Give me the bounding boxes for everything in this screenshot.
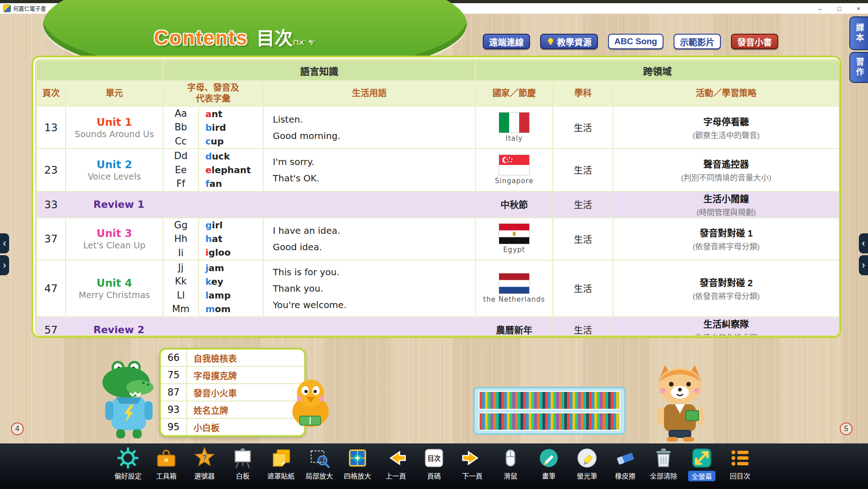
svg-text:目次: 目次 (427, 454, 441, 462)
singapore-flag-icon (499, 155, 529, 175)
toolbar-item-back-to-toc[interactable]: 回目次 (722, 446, 758, 480)
toolbar-item-preferences[interactable]: 偏好設定 (110, 446, 146, 480)
toolbar-item-whiteboard[interactable]: 白板 (225, 446, 261, 480)
page-cell: 37 (36, 218, 66, 260)
country-cell: the Netherlands (475, 260, 553, 317)
whiteboard-icon (231, 446, 255, 470)
tab-workbook[interactable]: 習作 (849, 52, 868, 83)
col-header-unit: 單元 (66, 81, 163, 106)
group-header-cross-domain: 跨領域 (475, 61, 839, 81)
toc-row-review2[interactable]: 57 Review 2 農曆新年 生活 生活糾察隊(生活中的危機處理) (36, 317, 839, 336)
words-cell: duck elephant fan (199, 149, 263, 191)
activity-cell: 字母停看聽(觀察生活中的聲音) (613, 106, 839, 149)
toolbar-item-clear-all[interactable]: 全部清除 (646, 446, 682, 480)
toolbar-item-number-picker[interactable]: ? 選號器 (187, 446, 223, 480)
window-controls: – □ × (811, 3, 868, 14)
sticker-mask-icon (269, 446, 293, 470)
appendix-row[interactable]: 87 發音小火車 (161, 384, 304, 401)
app-logo-icon (4, 5, 10, 12)
toolbar-item-eraser[interactable]: 橡皮擦 (608, 446, 643, 480)
words-cell: jam key lamp mom (199, 260, 263, 317)
toc-row-unit3[interactable]: 37 Unit 3 Let's Clean Up GgHhIi girl hat… (36, 218, 839, 260)
lightbulb-icon (546, 37, 555, 46)
festival-cell: 農曆新年 (475, 317, 553, 336)
appendix-row[interactable]: 95 小白板 (161, 419, 304, 435)
page-back-arrow-left[interactable]: ‹ (0, 233, 9, 253)
toc-row-unit2[interactable]: 23 Unit 2 Voice Levels DdEeFf duck eleph… (36, 149, 839, 191)
appendix-row[interactable]: 66 自我檢核表 (161, 350, 304, 367)
toolbar-item-highlighter[interactable]: 螢光筆 (569, 446, 605, 480)
unit-cell: Unit 4 Merry Christmas (66, 260, 163, 317)
minimize-button[interactable]: – (811, 3, 830, 14)
toc-row-unit1[interactable]: 13 Unit 1 Sounds Around Us AaBbCc ant bi… (36, 106, 839, 149)
demo-video-button[interactable]: 示範影片 (674, 34, 721, 49)
country-cell: Singapore (475, 149, 553, 191)
remote-connect-button[interactable]: 遠端連線 (483, 34, 530, 49)
toolbar-item-sticker-mask[interactable]: 遮罩貼紙 (263, 446, 299, 480)
area-zoom-icon (307, 446, 331, 470)
bookshelf-row (479, 391, 620, 410)
svg-text:?: ? (202, 453, 207, 462)
page-cell: 23 (36, 149, 66, 191)
page-number-left: 4 (11, 422, 24, 435)
group-header-row: 語言知識 跨領域 (36, 61, 839, 81)
italy-flag-icon (499, 113, 529, 133)
phonics-book-button[interactable]: 發音小書 (731, 34, 778, 49)
letters-cell: AaBbCc (163, 106, 199, 149)
toolbar-item-mouse[interactable]: 滑鼠 (493, 446, 529, 480)
toolbox-icon (154, 446, 178, 470)
appendix-row[interactable]: 75 字母撲克牌 (161, 367, 304, 384)
toolbar-item-area-zoom[interactable]: 局部放大 (301, 446, 337, 480)
page-cell: 33 (36, 191, 66, 218)
col-header-activity: 活動／學習策略 (613, 81, 839, 106)
unit-cell: Unit 2 Voice Levels (66, 149, 163, 191)
toolbar-item-prev-page[interactable]: 上一頁 (378, 446, 414, 480)
netherlands-flag-icon (499, 273, 529, 293)
toolbar-item-toolbox[interactable]: 工具箱 (148, 446, 184, 480)
words-cell: ant bird cup (199, 106, 263, 149)
abc-song-button[interactable]: ABC Song (608, 34, 664, 49)
quad-zoom-icon (346, 446, 369, 470)
ebook-window: 何嘉仁電子書 – □ × Contents 目次ㄇㄨˋㄘˋ 遠端連線 (0, 0, 868, 489)
tab-textbook[interactable]: 課本 (849, 16, 868, 50)
contents-table: 語言知識 跨領域 頁次 單元 字母、發音及 代表字彙 生活用語 國家／節慶 學科… (31, 56, 842, 338)
group-header-blank (36, 61, 163, 81)
page-forward-arrow-left[interactable]: › (0, 255, 9, 275)
subject-cell: 生活 (553, 106, 613, 149)
toc-grid: 語言知識 跨領域 頁次 單元 字母、發音及 代表字彙 生活用語 國家／節慶 學科… (36, 60, 840, 336)
highlighter-icon (575, 446, 599, 470)
clear-all-icon (652, 446, 675, 470)
egypt-flag-icon (499, 224, 529, 244)
phrases-cell: Listen.Good morning. (263, 106, 475, 149)
group-header-language: 語言知識 (163, 61, 475, 81)
letters-cell: DdEeFf (163, 149, 199, 191)
page-back-arrow-right[interactable]: ‹ (859, 233, 868, 253)
page-forward-arrow-right[interactable]: › (859, 255, 868, 275)
toolbar-item-pen[interactable]: 畫筆 (531, 446, 567, 480)
phrases-cell: This is for you.Thank you.You're welcome… (263, 260, 475, 317)
activity-cell: 發音對對碰 1(依發音將字母分類) (613, 218, 839, 260)
toolbar-item-page-number[interactable]: 目次 頁碼 (416, 446, 452, 480)
gear-icon (116, 446, 140, 470)
toolbar-item-quad-zoom[interactable]: 四格放大 (340, 446, 376, 480)
mouse-icon (499, 446, 522, 470)
toc-row-unit4[interactable]: 47 Unit 4 Merry Christmas JjKk LlMm jam … (36, 260, 839, 317)
close-button[interactable]: × (849, 3, 868, 14)
subject-cell: 生活 (553, 317, 613, 336)
page-title: Contents 目次ㄇㄨˋㄘˋ (154, 24, 317, 50)
contents-title-en: Contents (154, 26, 248, 49)
unit-cell: Unit 1 Sounds Around Us (66, 106, 163, 149)
appendix-row[interactable]: 93 姓名立牌 (161, 401, 304, 419)
teaching-resources-button[interactable]: 教學資源 (540, 34, 598, 49)
toolbar-item-fullscreen[interactable]: 全螢幕 (684, 446, 720, 481)
bottom-toolbar: 偏好設定 工具箱 ? 選號器 (0, 443, 868, 489)
maximize-button[interactable]: □ (830, 3, 849, 14)
col-header-phrases: 生活用語 (263, 81, 475, 106)
letters-cell: GgHhIi (163, 218, 199, 260)
top-button-row: 遠端連線 教學資源 ABC Song 示範影片 發音小書 (483, 34, 778, 49)
activity-cell: 生活小鬧鐘(時間管理與規劃) (613, 191, 839, 218)
toolbar-item-next-page[interactable]: 下一頁 (454, 446, 490, 480)
toc-row-review1[interactable]: 33 Review 1 中秋節 生活 生活小鬧鐘(時間管理與規劃) (36, 191, 839, 218)
col-header-country: 國家／節慶 (475, 81, 553, 106)
subject-cell: 生活 (553, 218, 613, 260)
